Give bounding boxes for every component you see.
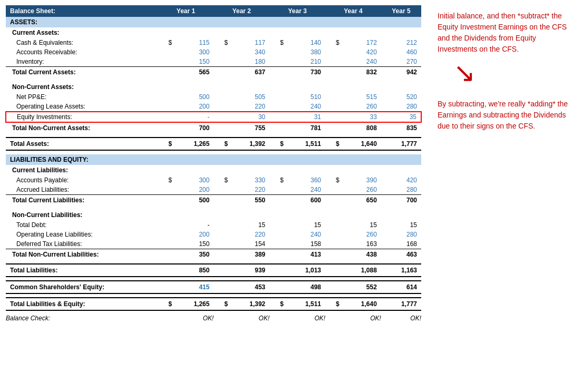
spacer1 <box>6 77 421 82</box>
total-assets-label: Total Assets: <box>6 138 158 150</box>
tncl-y1: 350 <box>176 249 214 260</box>
se-y2: 453 <box>232 281 269 293</box>
liabilities-section-header: LIABILITIES AND EQUITY: <box>6 154 421 165</box>
total-current-assets-row: Total Current Assets: 565 637 730 832 94… <box>6 67 421 78</box>
annotation-text-1: Initial balance, and then *subtract* the… <box>438 11 577 55</box>
total-liab-equity-row: Total Liabilities & Equity: $ 1,265 $ 1,… <box>6 298 421 310</box>
assets-label: ASSETS: <box>6 17 421 27</box>
cash-label: Cash & Equivalents: <box>6 38 158 47</box>
bc-y5: OK! <box>381 315 421 322</box>
spacer8 <box>6 310 421 315</box>
ap-y5: 420 <box>381 175 421 185</box>
tcl-y3: 600 <box>288 195 325 206</box>
tcl-y1: 500 <box>176 195 214 206</box>
bc-y3: OK! <box>288 315 325 322</box>
dt-y4: 163 <box>344 239 381 249</box>
balance-sheet-table: Balance Sheet: Year 1 Year 2 Year 3 Year… <box>5 5 422 322</box>
oll-y5: 280 <box>381 230 421 239</box>
tl-y1: 850 <box>176 264 214 277</box>
total-assets-y1: 1,265 <box>176 138 214 150</box>
ppe-y2: 505 <box>232 92 269 102</box>
tle-y3: 1,511 <box>288 298 325 310</box>
lease-y2: 220 <box>232 102 269 112</box>
ppe-y1: 500 <box>176 92 214 102</box>
total-current-y2: 637 <box>232 67 269 78</box>
accrued-row: Accrued Liabilities: 200 220 240 260 280 <box>6 185 421 195</box>
tle-y1-dollar: $ <box>158 298 177 310</box>
tle-y5: 1,777 <box>381 298 421 310</box>
non-current-liab-label: Non-Current Liabilities: <box>6 210 421 220</box>
shareholders-equity-row: Common Shareholders' Equity: 415 453 498… <box>6 281 421 293</box>
tncl-y3: 413 <box>288 249 325 260</box>
cash-y5: 212 <box>381 38 421 47</box>
accrued-y1: 200 <box>176 185 214 195</box>
lease-y3: 240 <box>288 102 325 112</box>
oll-y1: 200 <box>176 230 214 239</box>
total-debt-row: Total Debt: - 15 15 15 15 <box>6 220 421 230</box>
total-current-y4: 832 <box>344 67 381 78</box>
lease-y1: 200 <box>176 102 214 112</box>
total-current-liab-label: Total Current Liabilities: <box>6 195 158 206</box>
ap-label: Accounts Payable: <box>6 175 158 185</box>
deferred-tax-row: Deferred Tax Liabilities: 150 154 158 16… <box>6 239 421 249</box>
total-current-liabilities-row: Total Current Liabilities: 500 550 600 6… <box>6 195 421 206</box>
cash-y4-dollar: $ <box>325 38 344 47</box>
bc-y4: OK! <box>344 315 381 322</box>
ta-y2-dollar: $ <box>214 138 232 150</box>
annotation-text-2: By subtracting, we're really *adding* th… <box>438 99 577 132</box>
accrued-y2: 220 <box>232 185 269 195</box>
inventory-y3: 210 <box>288 57 325 67</box>
se-label: Common Shareholders' Equity: <box>6 281 158 293</box>
cash-y2: 117 <box>232 38 269 47</box>
current-assets-header: Current Assets: <box>6 27 421 38</box>
total-current-y1: 565 <box>176 67 214 78</box>
ap-y3: 360 <box>288 175 325 185</box>
total-liab-label: Total Liabilities: <box>6 264 158 277</box>
dt-y2: 154 <box>232 239 269 249</box>
cash-y4: 172 <box>344 38 381 47</box>
debt-y3: 15 <box>288 220 325 230</box>
debt-y4: 15 <box>344 220 381 230</box>
lease-y5: 280 <box>381 102 421 112</box>
cash-y1: 115 <box>176 38 214 47</box>
total-assets-y3: 1,511 <box>288 138 325 150</box>
col-header-year3: Year 3 <box>269 5 325 17</box>
debt-y5: 15 <box>381 220 421 230</box>
tcl-y2: 550 <box>232 195 269 206</box>
ta-y4-dollar: $ <box>325 138 344 150</box>
bc-y1: OK! <box>176 315 214 322</box>
tncl-y5: 463 <box>381 249 421 260</box>
total-nc-y5: 835 <box>381 122 421 133</box>
tcl-y5: 700 <box>381 195 421 206</box>
cash-y3: 140 <box>288 38 325 47</box>
cash-row: Cash & Equivalents: $ 115 $ 117 $ 140 $ … <box>6 38 421 47</box>
tle-y4-dollar: $ <box>325 298 344 310</box>
se-y4: 552 <box>344 281 381 293</box>
current-liabilities-header: Current Liabilities: <box>6 165 421 175</box>
total-assets-y5: 1,777 <box>381 138 421 150</box>
ppe-y5: 520 <box>381 92 421 102</box>
ap-y4-dollar: $ <box>325 175 344 185</box>
tcl-y4: 650 <box>344 195 381 206</box>
ppe-y4: 515 <box>344 92 381 102</box>
oll-y3: 240 <box>288 230 325 239</box>
tle-y3-dollar: $ <box>269 298 288 310</box>
liabilities-label: LIABILITIES AND EQUITY: <box>6 154 421 165</box>
inventory-row: Inventory: 150 180 210 240 270 <box>6 57 421 67</box>
ppe-label: Net PP&E: <box>6 92 158 102</box>
total-non-current-label: Total Non-Current Assets: <box>6 122 158 133</box>
non-current-liab-header: Non-Current Liabilities: <box>6 210 421 220</box>
total-nc-y1: 700 <box>176 122 214 133</box>
ap-row: Accounts Payable: $ 300 $ 330 $ 360 $ 39… <box>6 175 421 185</box>
ap-y1-dollar: $ <box>158 175 177 185</box>
total-nc-y2: 755 <box>232 122 269 133</box>
dt-y3: 158 <box>288 239 325 249</box>
ap-y4: 390 <box>344 175 381 185</box>
annotation-block-2: By subtracting, we're really *adding* th… <box>438 99 577 132</box>
tle-y1: 1,265 <box>176 298 214 310</box>
col-header-year2: Year 2 <box>214 5 269 17</box>
spacer2 <box>6 133 421 138</box>
tl-y4: 1,088 <box>344 264 381 277</box>
spacer5 <box>6 260 421 264</box>
equity-inv-y2: 30 <box>232 112 269 122</box>
